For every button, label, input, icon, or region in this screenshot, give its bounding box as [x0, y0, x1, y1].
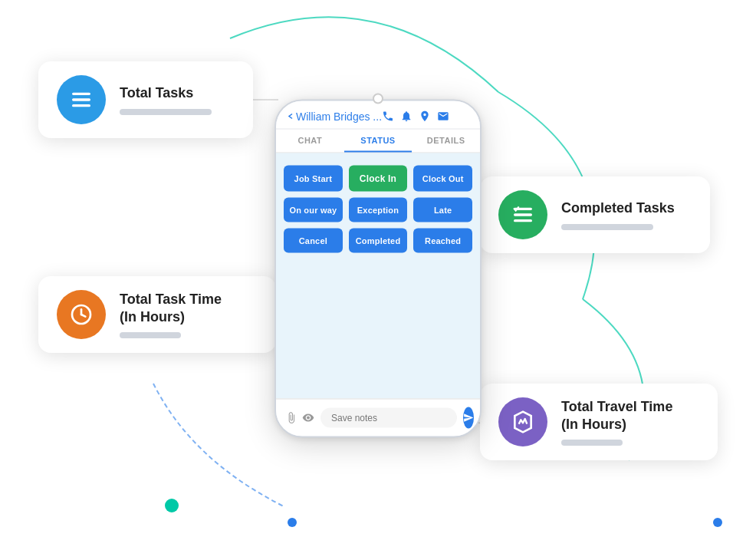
completed-tasks-bar — [561, 224, 653, 230]
btn-on-our-way[interactable]: On our way — [284, 198, 343, 222]
task-time-card: Total Task Time (In Hours) — [38, 276, 276, 353]
footer-icons — [285, 412, 314, 424]
dot-blue-2 — [713, 518, 722, 527]
status-buttons-grid: Job Start Clock In Clock Out On our way … — [284, 166, 472, 253]
travel-time-text: Total Travel Time (In Hours) — [561, 398, 672, 446]
btn-exception[interactable]: Exception — [349, 198, 408, 222]
tab-chat[interactable]: CHAT — [276, 130, 344, 153]
phone-back-button[interactable]: William Bridges ... — [287, 110, 382, 123]
phone-footer — [276, 399, 480, 437]
btn-clock-out[interactable]: Clock Out — [413, 166, 472, 192]
btn-job-start[interactable]: Job Start — [284, 166, 343, 192]
notification-icon[interactable] — [400, 110, 413, 123]
phone-contact-name: William Bridges ... — [296, 110, 382, 123]
task-time-title: Total Task Time (In Hours) — [120, 291, 222, 327]
travel-time-bar — [561, 440, 623, 446]
travel-time-icon — [498, 397, 547, 446]
dot-blue-1 — [288, 518, 297, 527]
total-tasks-card: Total Tasks — [38, 61, 253, 138]
notes-input[interactable] — [320, 408, 457, 428]
phone-action-icons — [382, 110, 449, 123]
connector-dot — [373, 94, 383, 104]
phone-body: Job Start Clock In Clock Out On our way … — [276, 153, 480, 399]
completed-tasks-title: Completed Tasks — [561, 199, 675, 217]
travel-time-title: Total Travel Time (In Hours) — [561, 398, 672, 434]
total-tasks-icon — [57, 75, 106, 124]
phone-call-icon[interactable] — [382, 110, 394, 123]
task-time-bar — [120, 332, 181, 338]
btn-cancel[interactable]: Cancel — [284, 229, 343, 253]
svg-rect-9 — [514, 213, 532, 216]
btn-reached[interactable]: Reached — [413, 229, 472, 253]
location-icon[interactable] — [419, 110, 431, 123]
svg-rect-10 — [514, 219, 532, 222]
btn-completed[interactable]: Completed — [349, 229, 408, 253]
svg-rect-6 — [72, 98, 90, 100]
phone-mockup: William Bridges ... CHAT STATUS — [274, 100, 482, 438]
completed-tasks-icon — [498, 190, 547, 239]
svg-rect-7 — [72, 104, 90, 107]
travel-time-card: Total Travel Time (In Hours) — [480, 384, 718, 460]
task-time-text: Total Task Time (In Hours) — [120, 291, 222, 339]
completed-tasks-text: Completed Tasks — [561, 199, 675, 229]
btn-clock-in[interactable]: Clock In — [349, 166, 408, 192]
phone-header: William Bridges ... — [276, 101, 480, 130]
total-tasks-text: Total Tasks — [120, 84, 212, 114]
total-tasks-bar — [120, 109, 212, 115]
phone-frame: William Bridges ... CHAT STATUS — [274, 100, 482, 438]
total-tasks-title: Total Tasks — [120, 84, 212, 102]
btn-late[interactable]: Late — [413, 198, 472, 222]
tab-status[interactable]: STATUS — [344, 130, 413, 153]
eye-icon[interactable] — [302, 412, 314, 424]
completed-tasks-card: Completed Tasks — [480, 176, 710, 253]
send-button[interactable] — [463, 407, 474, 429]
email-icon[interactable] — [437, 110, 449, 123]
attachment-icon[interactable] — [285, 412, 297, 424]
svg-line-13 — [81, 315, 85, 317]
phone-tabs: CHAT STATUS DETAILS — [276, 130, 480, 153]
tab-details[interactable]: DETAILS — [412, 130, 480, 153]
dot-teal — [165, 499, 179, 512]
task-time-icon — [57, 290, 106, 339]
svg-rect-5 — [72, 93, 90, 95]
